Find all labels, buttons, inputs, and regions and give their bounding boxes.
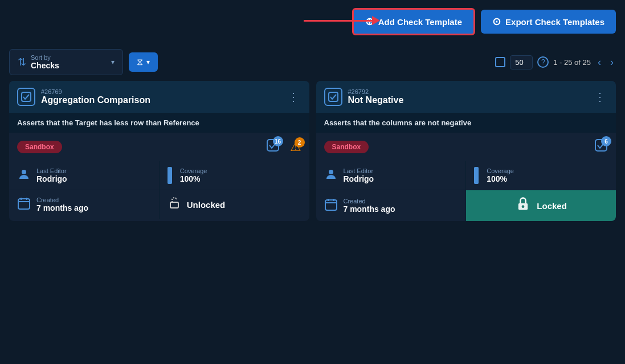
filter-button[interactable]: ⧖ ▾ <box>129 52 158 72</box>
coverage-text-1: Coverage 100% <box>180 167 207 183</box>
calendar-icon-2 <box>324 198 338 214</box>
coverage-label-1: Coverage <box>180 167 207 174</box>
sort-dropdown[interactable]: ⇅ Sort by Checks ▾ <box>9 49 123 75</box>
card-tags-2: Sandbox 6 <box>316 133 616 161</box>
lock-label-1: Unlocked <box>187 200 226 210</box>
created-label-1: Created <box>36 197 88 203</box>
editor-text-1: Last Editor Rodrigo <box>36 167 67 183</box>
card-info-1: Last Editor Rodrigo Coverage 100% <box>9 161 309 219</box>
coverage-label-2: Coverage <box>487 167 514 174</box>
created-label-2: Created <box>344 198 395 205</box>
export-button-label: Export Check Templates <box>505 17 604 27</box>
chevron-down-icon: ▾ <box>111 58 115 66</box>
card-menu-2[interactable]: ⋮ <box>592 90 608 104</box>
card-title-block-1: #26769 Aggregation Comparison <box>41 88 280 105</box>
created-cell-1: Created 7 months ago <box>9 190 159 219</box>
user-icon-1 <box>17 167 31 184</box>
svg-rect-8 <box>329 92 338 101</box>
editor-cell-1: Last Editor Rodrigo <box>9 161 159 190</box>
created-text-1: Created 7 months ago <box>36 197 88 212</box>
badge-warn-1: 2 <box>295 137 305 148</box>
sort-label-container: Sort by Checks <box>31 54 107 70</box>
unlock-icon-1 <box>168 196 181 213</box>
lock-cell-1: Unlocked <box>160 190 309 219</box>
card-aggregation-comparison: #26769 Aggregation Comparison ⋮ Asserts … <box>9 81 309 221</box>
add-button-label: Add Check Template <box>378 17 462 27</box>
lock-icon-2 <box>515 196 531 215</box>
card-tags-1: Sandbox 16 ⚠ 2 <box>9 133 309 161</box>
coverage-value-2: 100% <box>487 174 514 183</box>
card-menu-1[interactable]: ⋮ <box>285 90 301 104</box>
editor-text-2: Last Editor Rodrigo <box>344 167 374 183</box>
sort-icon: ⇅ <box>18 56 26 68</box>
card-title-1: Aggregation Comparison <box>41 95 280 105</box>
filter-icon: ⧖ <box>137 57 143 67</box>
editor-label-1: Last Editor <box>36 167 67 174</box>
sort-by-label: Sort by <box>31 54 107 61</box>
svg-point-16 <box>522 205 525 208</box>
lock-cell-2: Locked <box>466 190 616 221</box>
coverage-bar-2 <box>474 167 479 184</box>
created-text-2: Created 7 months ago <box>344 198 395 214</box>
coverage-bar-1 <box>168 167 172 184</box>
card-header-1: #26769 Aggregation Comparison ⋮ <box>9 81 309 113</box>
editor-value-1: Rodrigo <box>36 174 67 183</box>
card-info-2: Last Editor Rodrigo Coverage 100% <box>316 161 616 221</box>
created-value-1: 7 months ago <box>36 203 88 212</box>
card-not-negative: #26792 Not Negative ⋮ Asserts that the c… <box>316 81 616 221</box>
svg-rect-11 <box>325 200 337 210</box>
card-id-2: #26792 <box>348 88 587 95</box>
editor-value-2: Rodrigo <box>344 174 374 183</box>
coverage-value-1: 100% <box>180 174 207 183</box>
coverage-text-2: Coverage 100% <box>487 167 514 183</box>
card-header-2: #26792 Not Negative ⋮ <box>316 81 616 113</box>
svg-point-2 <box>22 170 26 174</box>
editor-label-2: Last Editor <box>344 167 374 174</box>
prev-page-button[interactable]: ‹ <box>595 56 603 68</box>
badge-checks-1: 16 <box>273 136 283 146</box>
cards-container: #26769 Aggregation Comparison ⋮ Asserts … <box>0 81 625 230</box>
card-title-block-2: #26792 Not Negative <box>348 88 587 105</box>
lock-label-2: Locked <box>537 201 567 211</box>
coverage-cell-2: Coverage 100% <box>466 161 616 190</box>
check-template-icon-1 <box>17 88 35 106</box>
sort-value: Checks <box>31 61 107 70</box>
page-size-select[interactable]: 50 25 100 <box>510 55 533 69</box>
coverage-cell-1: Coverage 100% <box>160 161 309 190</box>
arrow-indicator <box>304 16 380 25</box>
pagination-area: 50 25 100 ? 1 - 25 of 25 ‹ › <box>495 55 616 69</box>
filter-chevron-icon: ▾ <box>146 58 150 66</box>
select-all-checkbox[interactable] <box>495 57 505 67</box>
svg-rect-3 <box>18 199 30 209</box>
page-info: 1 - 25 of 25 <box>553 58 591 67</box>
help-icon[interactable]: ? <box>537 56 549 68</box>
card-title-2: Not Negative <box>348 95 587 105</box>
svg-rect-0 <box>22 92 31 101</box>
export-check-templates-button[interactable]: ⊙ Export Check Templates <box>481 10 616 34</box>
badge-checks-2: 6 <box>601 136 611 146</box>
svg-rect-7 <box>170 202 178 208</box>
created-value-2: 7 months ago <box>344 205 395 214</box>
card-id-1: #26769 <box>41 88 280 95</box>
user-icon-2 <box>324 167 338 184</box>
calendar-icon-1 <box>17 197 31 213</box>
card-desc-2: Asserts that the columns are not negativ… <box>316 113 616 133</box>
card-desc-1: Asserts that the Target has less row tha… <box>9 113 309 133</box>
export-icon: ⊙ <box>492 15 501 28</box>
created-cell-2: Created 7 months ago <box>316 190 466 221</box>
editor-cell-2: Last Editor Rodrigo <box>316 161 466 190</box>
svg-point-10 <box>329 170 333 174</box>
sandbox-tag-1: Sandbox <box>17 141 62 153</box>
next-page-button[interactable]: › <box>608 56 616 68</box>
toolbar: ⇅ Sort by Checks ▾ ⧖ ▾ 50 25 100 ? 1 - 2… <box>0 43 625 81</box>
sandbox-tag-2: Sandbox <box>324 141 369 153</box>
check-template-icon-2 <box>324 88 342 106</box>
